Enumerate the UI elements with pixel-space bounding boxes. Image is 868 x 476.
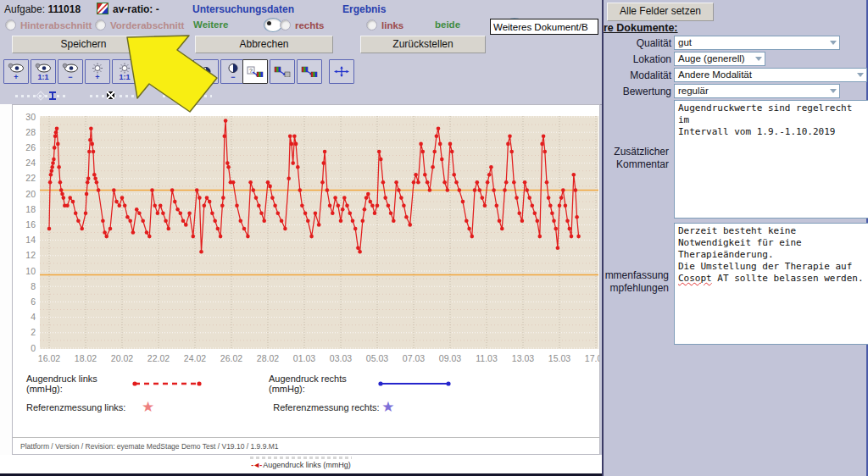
x-tick-label: 13.03: [512, 353, 534, 363]
x-tick-label: 18.02: [75, 353, 97, 363]
bewertung-select[interactable]: regulär: [674, 84, 840, 98]
x-tick-label: 11.03: [476, 353, 498, 363]
radio-links[interactable]: links: [366, 19, 403, 30]
button-sub-label: −: [149, 74, 153, 81]
radio-hinterabschnitt[interactable]: Hinterabschnitt: [5, 19, 92, 30]
data-point: [525, 188, 529, 192]
frameQ-icon: ?: [247, 66, 264, 77]
zoom-slider[interactable]: [15, 91, 68, 100]
data-point: [381, 180, 386, 185]
data-point: [533, 212, 537, 216]
zoom-in-button[interactable]: +: [3, 59, 29, 84]
brightness-down-button[interactable]: −: [139, 59, 164, 84]
data-point: [376, 203, 380, 208]
data-point: [458, 188, 462, 192]
data-point: [85, 192, 89, 196]
data-point: [387, 203, 391, 208]
data-point: [353, 227, 358, 231]
button-sub-label: +: [176, 74, 181, 81]
data-point: [432, 150, 437, 154]
x-tick-label: 05.03: [366, 353, 388, 363]
tab-ergebnis[interactable]: Ergebnis: [342, 3, 386, 15]
sun-icon: [116, 63, 133, 74]
x-tick-label: 09.03: [439, 353, 461, 363]
data-point: [47, 227, 52, 231]
radio-circle[interactable]: [366, 19, 377, 30]
contrast-reset-button[interactable]: [193, 59, 219, 84]
data-point: [49, 173, 53, 177]
data-point: [538, 235, 542, 239]
comment-textarea[interactable]: Augendruckwerte sind regelrecht im Inter…: [674, 100, 868, 219]
chevron-down-icon: [857, 73, 864, 77]
radio-label: beide: [435, 19, 460, 30]
radio-circle[interactable]: [5, 19, 16, 30]
pan-button[interactable]: [329, 59, 354, 84]
data-point: [435, 135, 439, 139]
qualitaet-select[interactable]: gut: [674, 36, 840, 50]
data-point: [303, 212, 308, 216]
modalitaet-select[interactable]: Andere Modalität: [674, 68, 867, 82]
radio-beide[interactable]: beide: [435, 19, 460, 30]
y-tick-label: 14: [25, 235, 36, 245]
zurueckstellen-button[interactable]: Zurückstellen: [360, 36, 486, 53]
send-to-color-button[interactable]: [297, 59, 322, 84]
data-point: [231, 180, 236, 185]
data-point: [309, 235, 314, 239]
y-tick-label: 20: [25, 189, 36, 199]
data-point: [554, 227, 558, 231]
data-point: [224, 119, 228, 123]
data-point: [62, 196, 66, 200]
data-point: [561, 188, 565, 192]
y-tick-label: 6: [31, 296, 36, 307]
data-point: [246, 235, 250, 239]
radio-circle[interactable]: [280, 19, 291, 30]
mini-legend: -◄- Augendruck links (mmHg): [0, 461, 602, 469]
action-button-row: Speichern Abbrechen Zurückstellen: [0, 36, 602, 53]
svg-text:?: ?: [249, 68, 253, 74]
data-point: [52, 158, 56, 162]
data-point: [426, 180, 430, 185]
data-point: [259, 212, 264, 216]
slider-handle[interactable]: [107, 91, 114, 99]
brightness-up-button[interactable]: +: [85, 59, 110, 84]
y-tick-label: 30: [25, 112, 36, 122]
data-point: [379, 158, 383, 162]
x-tick-label: 17.03: [585, 353, 599, 363]
document-type-input[interactable]: [490, 19, 598, 35]
data-point: [556, 246, 560, 250]
data-point: [495, 203, 499, 208]
radio-label: links: [381, 20, 403, 30]
radio-weitere[interactable]: Weitere: [193, 19, 228, 30]
data-point: [216, 227, 220, 231]
abbrechen-button[interactable]: Abbrechen: [195, 36, 333, 53]
speichern-button[interactable]: Speichern: [12, 36, 155, 53]
send-unknown-image-button[interactable]: ?: [242, 59, 268, 84]
data-point: [317, 223, 321, 227]
data-point: [84, 212, 88, 216]
slider-handle[interactable]: [49, 91, 56, 100]
alle-felder-setzen-button[interactable]: Alle Felder setzen: [607, 3, 714, 21]
summary-textarea[interactable]: Derzeit besteht keine Notwendigkeit für …: [674, 223, 868, 345]
radio-circle[interactable]: [95, 19, 106, 30]
radio-rechts[interactable]: rechts: [280, 19, 325, 30]
data-point: [198, 196, 202, 200]
data-point: [517, 212, 521, 216]
radio-vorderabschnitt[interactable]: Vorderabschnitt: [95, 19, 184, 30]
tab-untersuchungsdaten[interactable]: Untersuchungsdaten: [192, 3, 294, 15]
moon-icon: [198, 66, 214, 77]
left-scroll-strip[interactable]: [0, 104, 13, 455]
send-to-gray-button[interactable]: [270, 59, 295, 84]
zoom-out-button[interactable]: −: [58, 59, 83, 84]
data-point: [402, 203, 406, 208]
zoom-reset-button[interactable]: 1:1: [31, 59, 56, 84]
modalitaet-label: Modalität: [606, 69, 671, 81]
frameC-icon: [301, 66, 318, 77]
contrast-slider[interactable]: [163, 91, 212, 100]
slider-track: [90, 95, 139, 97]
lokation-select[interactable]: Auge (generell): [674, 52, 765, 66]
sun-icon: [143, 63, 160, 74]
contrast-up-button[interactable]: +: [166, 59, 192, 84]
brightness-reset-button[interactable]: 1:1: [112, 59, 137, 84]
brightness-slider[interactable]: [90, 91, 139, 100]
data-point: [270, 196, 275, 200]
